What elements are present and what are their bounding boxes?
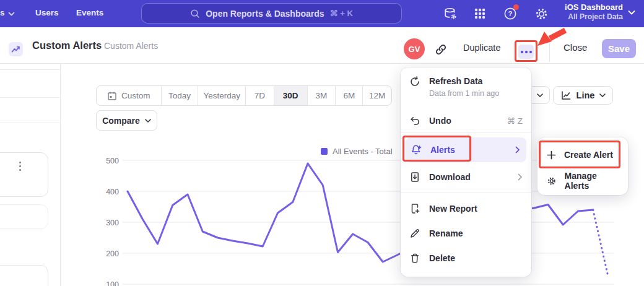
svg-text:100: 100 [106, 280, 119, 286]
y-axis-labels: 500400300200100 [106, 157, 119, 286]
undo-icon [409, 115, 420, 126]
report-type-icon [9, 42, 23, 56]
chart-type-button[interactable]: Line [553, 86, 613, 105]
search-input[interactable]: Open Reports & Dashboards ⌘ + K [141, 3, 402, 24]
trash-icon [409, 253, 420, 264]
project-switcher[interactable]: iOS Dashboard All Project Data [565, 2, 635, 22]
search-shortcut: ⌘ + K [330, 9, 353, 18]
menu-item-new-report[interactable]: New Report [401, 196, 531, 221]
apps-grid-button[interactable] [472, 6, 488, 22]
settings-button[interactable] [533, 6, 549, 22]
menu-separator [401, 193, 531, 193]
duplicate-button[interactable]: Duplicate [463, 43, 500, 53]
screen: s Users Events Open Reports & Dashboards… [0, 0, 644, 286]
search-icon [190, 9, 200, 19]
submenu-item-label: Manage Alerts [565, 171, 619, 191]
menu-item-rename[interactable]: Rename [401, 221, 531, 246]
menu-item-label: Download [429, 172, 518, 182]
chevron-right-icon [515, 146, 520, 154]
query-card[interactable] [0, 204, 48, 229]
header-divider [549, 40, 550, 62]
new-report-icon [409, 203, 420, 214]
sidebar-divider [0, 123, 61, 123]
svg-text:?: ? [508, 10, 513, 17]
chevron-down-icon [537, 93, 543, 98]
query-card[interactable] [0, 265, 48, 286]
refresh-icon [409, 76, 420, 87]
menu-item-sublabel: Data from 1 min ago [429, 89, 499, 98]
kebab-menu-icon[interactable] [18, 160, 22, 172]
menu-item-download[interactable]: Download [401, 165, 531, 189]
menu-item-refresh-data[interactable]: Refresh Data Data from 1 min ago [401, 74, 531, 105]
menu-separator [401, 132, 531, 132]
alerts-submenu: Create Alert Manage Alerts [537, 137, 628, 195]
chart-line-dotted [593, 210, 608, 277]
legend-swatch [321, 148, 328, 155]
menu-item-label: Rename [429, 228, 523, 238]
breadcrumb: Custom Alerts [104, 41, 158, 51]
chevron-right-icon [518, 173, 523, 181]
nav-item-users[interactable]: Users [35, 8, 59, 17]
query-card[interactable] [0, 152, 48, 197]
svg-text:200: 200 [106, 249, 119, 258]
menu-item-label: Delete [429, 253, 523, 263]
project-scope: All Project Data [565, 12, 623, 22]
gear-icon [547, 176, 557, 186]
menu-item-undo[interactable]: Undo ⌘ Z [401, 108, 531, 133]
sidebar-divider [0, 69, 61, 70]
sidebar-divider [0, 97, 61, 98]
report-header: Custom Alerts Custom Alerts GV Duplicate… [0, 27, 644, 64]
link-icon [434, 43, 448, 56]
legend-label: All Events - Total [333, 147, 393, 156]
menu-item-alerts[interactable]: Alerts [406, 137, 526, 162]
search-placeholder: Open Reports & Dashboards [206, 9, 324, 19]
top-nav: s Users Events Open Reports & Dashboards… [0, 0, 644, 27]
save-button[interactable]: Save [602, 39, 636, 58]
svg-text:300: 300 [106, 219, 119, 227]
submenu-item-label: Create Alert [564, 150, 613, 160]
chart-legend[interactable]: All Events - Total [321, 147, 393, 156]
submenu-item-create-alert[interactable]: Create Alert [537, 141, 628, 168]
pencil-icon [409, 228, 420, 239]
chevron-down-icon [8, 11, 15, 17]
nav-item-events[interactable]: Events [76, 8, 103, 17]
svg-text:500: 500 [106, 157, 119, 165]
bell-plus-icon [411, 144, 422, 155]
more-options-menu: Refresh Data Data from 1 min ago Undo ⌘ … [401, 67, 531, 277]
menu-item-label: Alerts [430, 145, 515, 155]
menu-shortcut: ⌘ Z [507, 116, 523, 126]
project-name: iOS Dashboard [565, 2, 623, 12]
menu-item-label: New Report [429, 204, 523, 214]
svg-text:400: 400 [106, 188, 119, 196]
menu-item-delete[interactable]: Delete [401, 246, 531, 271]
query-builder-sidebar [0, 64, 61, 286]
submenu-item-manage-alerts[interactable]: Manage Alerts [537, 170, 628, 192]
more-options-button[interactable] [518, 45, 534, 59]
avatar[interactable]: GV [404, 38, 425, 59]
line-chart-icon [560, 90, 572, 101]
chevron-down-icon [628, 9, 635, 15]
nav-item-boards-partial[interactable]: s [0, 8, 5, 17]
data-management-button[interactable] [442, 6, 458, 22]
gear-icon [534, 7, 549, 21]
notification-dot [513, 4, 519, 10]
help-button[interactable]: ? [502, 6, 518, 22]
download-icon [409, 171, 420, 183]
plus-icon [547, 150, 556, 160]
close-button[interactable]: Close [564, 42, 587, 53]
database-gear-icon [443, 6, 458, 21]
grid-dots-icon [473, 7, 487, 20]
share-link-button[interactable] [434, 43, 448, 56]
chevron-down-icon [599, 93, 606, 98]
menu-item-label: Undo [429, 116, 507, 126]
menu-item-label: Refresh Data [429, 76, 499, 86]
page-title: Custom Alerts [32, 40, 102, 51]
